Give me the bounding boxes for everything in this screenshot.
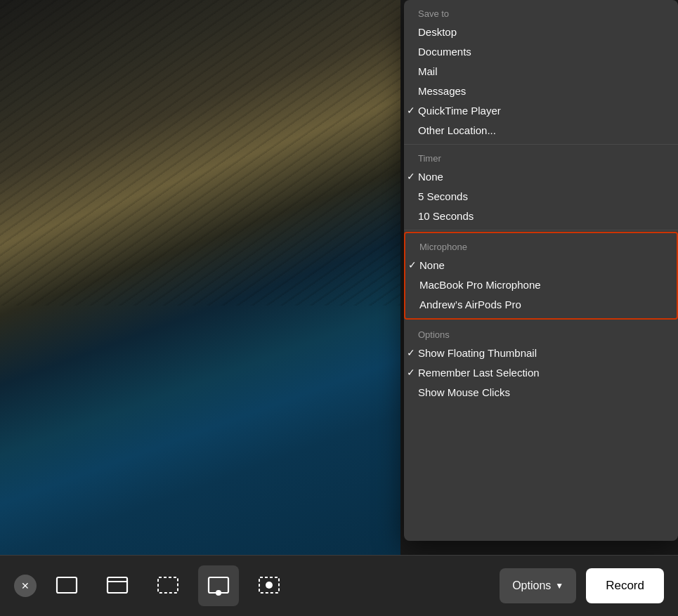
menu-item-other-label: Other Location...: [418, 124, 496, 136]
floating-checkmark: ✓: [407, 347, 415, 358]
options-button[interactable]: Options ▼: [500, 568, 576, 603]
microphone-section: Microphone ✓ None MacBook Pro Microphone…: [404, 232, 678, 320]
svg-rect-3: [158, 577, 178, 593]
menu-item-floating-label: Show Floating Thumbnail: [418, 347, 537, 359]
menu-item-timer-none-label: None: [418, 171, 443, 183]
record-label: Record: [606, 579, 644, 592]
menu-item-mic-airpods[interactable]: Andrew’s AirPods Pro: [405, 294, 677, 314]
svg-point-5: [216, 590, 221, 596]
timer-none-checkmark: ✓: [407, 171, 415, 182]
menu-item-mic-macbook[interactable]: MacBook Pro Microphone: [405, 275, 677, 294]
record-screen-icon: [206, 573, 231, 598]
save-to-section: Save to Desktop Documents Mail Messages …: [404, 0, 678, 145]
timer-label: Timer: [404, 149, 678, 166]
quicktime-checkmark: ✓: [407, 105, 415, 116]
menu-item-timer-10-label: 10 Seconds: [418, 210, 474, 222]
menu-item-other[interactable]: Other Location...: [404, 120, 678, 140]
options-section: Options ✓ Show Floating Thumbnail ✓ Reme…: [404, 321, 678, 406]
menu-item-documents-label: Documents: [418, 46, 471, 58]
capture-app-window-button[interactable]: [97, 565, 138, 606]
menu-item-timer-10[interactable]: 10 Seconds: [404, 206, 678, 225]
capture-app-window-icon: [105, 573, 130, 598]
menu-item-desktop[interactable]: Desktop: [404, 22, 678, 41]
menu-item-floating[interactable]: ✓ Show Floating Thumbnail: [404, 343, 678, 362]
record-button[interactable]: Record: [586, 568, 664, 603]
microphone-label: Microphone: [405, 237, 677, 255]
svg-rect-0: [57, 577, 77, 593]
menu-item-remember[interactable]: ✓ Remember Last Selection: [404, 362, 678, 382]
menu-item-timer-5[interactable]: 5 Seconds: [404, 186, 678, 206]
menu-item-timer-none[interactable]: ✓ None: [404, 166, 678, 186]
options-label: Options: [512, 579, 551, 592]
record-selection-button[interactable]: [249, 565, 289, 606]
mic-none-checkmark: ✓: [408, 259, 417, 270]
svg-rect-1: [107, 577, 127, 593]
menu-item-desktop-label: Desktop: [418, 26, 457, 38]
menu-item-messages-label: Messages: [418, 85, 466, 97]
capture-window-button[interactable]: [46, 565, 87, 606]
record-selection-icon: [256, 573, 282, 598]
save-to-label: Save to: [404, 4, 678, 22]
menu-item-mail-label: Mail: [418, 65, 438, 77]
capture-selection-button[interactable]: [148, 565, 188, 606]
menu-item-documents[interactable]: Documents: [404, 41, 678, 61]
menu-item-remember-label: Remember Last Selection: [418, 367, 540, 379]
options-label: Options: [404, 325, 678, 343]
menu-item-mic-none-label: None: [419, 259, 445, 271]
capture-window-icon: [54, 573, 79, 598]
menu-item-quicktime[interactable]: ✓ QuickTime Player: [404, 100, 678, 120]
close-button[interactable]: ✕: [14, 575, 37, 597]
menu-item-mouse-label: Show Mouse Clicks: [418, 386, 510, 398]
background-photo: [0, 0, 400, 555]
remember-checkmark: ✓: [407, 367, 415, 378]
menu-item-quicktime-label: QuickTime Player: [418, 105, 501, 117]
dropdown-menu: Save to Desktop Documents Mail Messages …: [404, 0, 678, 541]
record-screen-button[interactable]: [198, 565, 239, 606]
menu-item-mic-macbook-label: MacBook Pro Microphone: [419, 279, 541, 291]
close-icon: ✕: [21, 580, 30, 591]
svg-point-7: [266, 582, 273, 589]
menu-item-timer-5-label: 5 Seconds: [418, 190, 468, 202]
capture-selection-icon: [155, 573, 181, 598]
menu-item-messages[interactable]: Messages: [404, 81, 678, 100]
chevron-down-icon: ▼: [555, 581, 563, 591]
menu-item-mail[interactable]: Mail: [404, 61, 678, 81]
menu-item-mouse[interactable]: Show Mouse Clicks: [404, 382, 678, 402]
timer-section: Timer ✓ None 5 Seconds 10 Seconds: [404, 145, 678, 230]
menu-item-mic-none[interactable]: ✓ None: [405, 255, 677, 275]
bottom-toolbar: ✕ Options ▼: [0, 555, 678, 616]
menu-item-mic-airpods-label: Andrew’s AirPods Pro: [419, 299, 521, 310]
